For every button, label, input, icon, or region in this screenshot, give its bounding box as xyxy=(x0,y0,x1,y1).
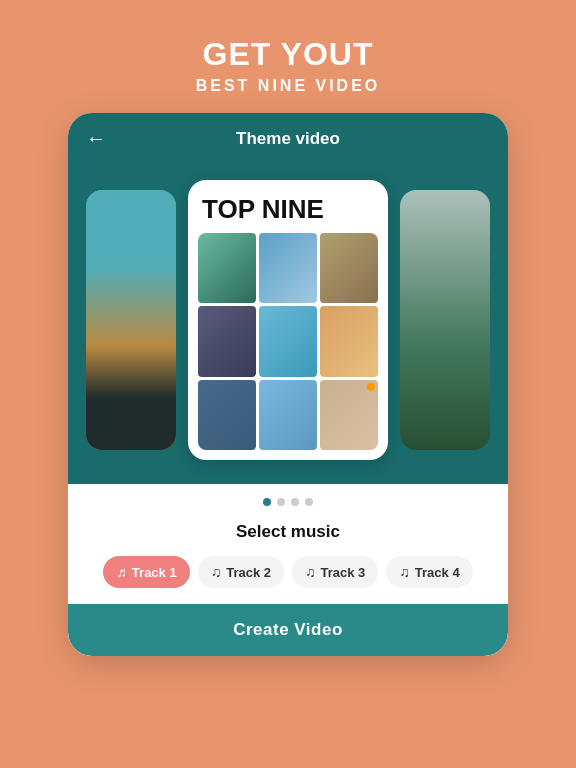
track-3-button[interactable]: ♫ Track 3 xyxy=(292,556,378,588)
slide-right xyxy=(400,190,490,450)
photo-cell-2 xyxy=(259,233,317,303)
photo-cell-4 xyxy=(198,306,256,376)
photo-cell-9 xyxy=(320,380,378,450)
select-music-label: Select music xyxy=(68,516,508,556)
track-4-button[interactable]: ♫ Track 4 xyxy=(386,556,472,588)
track-3-icon: ♫ xyxy=(305,564,316,580)
photo-cell-7 xyxy=(198,380,256,450)
carousel-area: TOP NINE xyxy=(68,164,508,484)
page-subtitle: BEST NINE VIDEO xyxy=(196,77,381,95)
back-button[interactable]: ← xyxy=(86,127,106,150)
page-header: GET YOUT BEST NINE VIDEO xyxy=(196,0,381,113)
tracks-row: ♬ Track 1 ♫ Track 2 ♫ Track 3 ♫ Track 4 xyxy=(68,556,508,604)
dot-4 xyxy=(305,498,313,506)
track-2-icon: ♫ xyxy=(211,564,222,580)
track-2-button[interactable]: ♫ Track 2 xyxy=(198,556,284,588)
create-video-button[interactable]: Create Video xyxy=(68,604,508,656)
photo-cell-6 xyxy=(320,306,378,376)
dot-3 xyxy=(291,498,299,506)
track-3-label: Track 3 xyxy=(321,565,366,580)
photo-cell-1 xyxy=(198,233,256,303)
photo-grid xyxy=(198,233,378,450)
track-1-button[interactable]: ♬ Track 1 xyxy=(103,556,189,588)
page-title: GET YOUT xyxy=(196,36,381,73)
photo-cell-3 xyxy=(320,233,378,303)
top-bar: ← Theme video xyxy=(68,113,508,164)
dot-1 xyxy=(263,498,271,506)
slide-left xyxy=(86,190,176,450)
slide-main-title: TOP NINE xyxy=(198,194,378,225)
phone-card: ← Theme video TOP NINE xyxy=(68,113,508,656)
track-4-label: Track 4 xyxy=(415,565,460,580)
dots-row xyxy=(68,484,508,516)
photo-cell-8 xyxy=(259,380,317,450)
topbar-title: Theme video xyxy=(236,129,340,149)
track-1-icon: ♬ xyxy=(116,564,127,580)
track-2-label: Track 2 xyxy=(226,565,271,580)
track-4-icon: ♫ xyxy=(399,564,410,580)
track-1-label: Track 1 xyxy=(132,565,177,580)
slide-main: TOP NINE xyxy=(188,180,388,460)
photo-cell-5 xyxy=(259,306,317,376)
dot-2 xyxy=(277,498,285,506)
